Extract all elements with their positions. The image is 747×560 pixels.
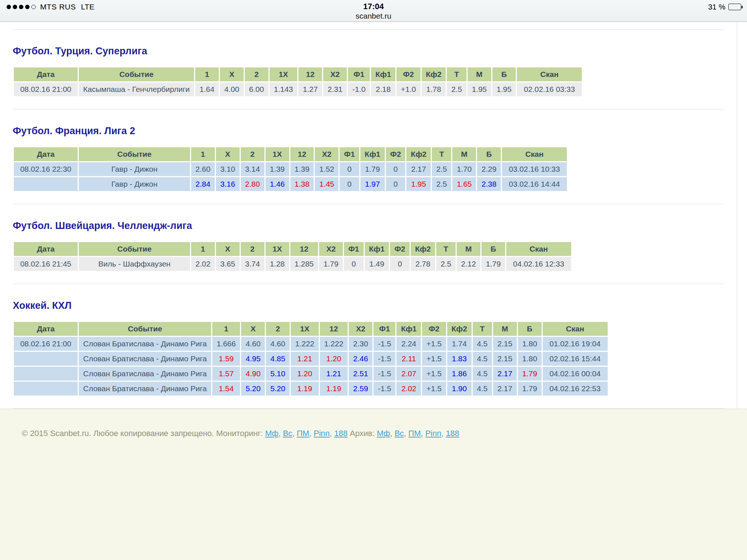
odds-cell: 2.30 <box>349 337 372 351</box>
odds-cell: 1.74 <box>447 337 472 351</box>
date-cell: 08.02.16 21:00 <box>14 337 78 351</box>
odds-cell: 0 <box>344 257 364 271</box>
footer-link[interactable]: 188 <box>446 429 459 438</box>
page-footer: © 2015 Scanbet.ru. Любое копирование зап… <box>0 409 747 560</box>
odds-cell: 1.222 <box>291 337 319 351</box>
odds-cell: 2.02 <box>191 257 215 271</box>
odds-cell: 1.97 <box>360 177 385 191</box>
odds-cell: 1.64 <box>195 82 219 96</box>
event-cell: Слован Братислава - Динамо Рига <box>79 352 211 366</box>
odds-cell: 1.666 <box>212 337 240 351</box>
section-divider <box>13 204 724 204</box>
column-header: 1 <box>191 242 215 256</box>
column-header: 2 <box>245 67 268 81</box>
column-header: Событие <box>79 147 190 161</box>
odds-cell: +1.5 <box>422 382 446 396</box>
column-header: Б <box>518 322 542 336</box>
event-cell: Виль - Шаффхаузен <box>79 257 190 271</box>
odds-cell: 2.31 <box>323 82 347 96</box>
event-cell: Слован Братислава - Динамо Рига <box>79 337 211 351</box>
column-header: X <box>220 67 244 81</box>
odds-cell: 3.74 <box>241 257 264 271</box>
column-header: X <box>216 147 240 161</box>
odds-cell: 1.79 <box>481 257 505 271</box>
table-row: Слован Братислава - Динамо Рига1.545.205… <box>14 382 608 396</box>
odds-cell: 2.38 <box>477 177 501 191</box>
column-header: Т <box>436 242 456 256</box>
odds-table: ДатаСобытие1X21X12X2Ф1Кф1Ф2Кф2ТМБСкан 08… <box>13 241 572 272</box>
scan-cell: 04.02.16 22:53 <box>543 382 608 396</box>
column-header: X <box>241 322 265 336</box>
scan-cell: 04.02.16 12:33 <box>506 257 571 271</box>
column-header: Кф2 <box>422 67 446 81</box>
column-header: Кф2 <box>411 242 435 256</box>
odds-cell: 1.20 <box>320 352 348 366</box>
footer-link[interactable]: 188 <box>334 429 348 438</box>
odds-cell: 3.14 <box>241 162 264 176</box>
odds-cell: 1.39 <box>290 162 314 176</box>
column-header: Ф2 <box>386 147 406 161</box>
odds-cell: 1.46 <box>266 177 289 191</box>
odds-cell: 2.60 <box>191 162 215 176</box>
section-title: Футбол. Франция. Лига 2 <box>13 125 724 137</box>
column-header: Кф1 <box>365 242 389 256</box>
odds-cell: 2.17 <box>493 382 517 396</box>
footer-link[interactable]: ПМ <box>409 429 421 438</box>
battery-block: 31 % <box>708 3 741 11</box>
footer-text: © 2015 Scanbet.ru. Любое копирование зап… <box>22 429 459 438</box>
section-divider <box>13 29 724 30</box>
column-header: Дата <box>14 322 78 336</box>
odds-cell: 1.95 <box>492 82 516 96</box>
footer-link[interactable]: Pinn <box>425 429 441 438</box>
odds-table: ДатаСобытие1X21X12X2Ф1Кф1Ф2Кф2ТМБСкан 08… <box>13 66 583 97</box>
column-header: М <box>468 67 491 81</box>
column-header: Дата <box>14 67 78 81</box>
table-row: Гавр - Дижон2.843.162.801.461.381.4501.9… <box>14 177 567 191</box>
column-header: Б <box>492 67 516 81</box>
table-row: 08.02.16 22:30Гавр - Дижон2.603.103.141.… <box>14 162 567 176</box>
odds-cell: 1.39 <box>266 162 289 176</box>
odds-cell: 2.18 <box>371 82 395 96</box>
odds-cell: 1.21 <box>320 367 348 381</box>
section-title: Хоккей. КХЛ <box>13 300 724 311</box>
odds-cell: 5.20 <box>241 382 265 396</box>
odds-cell: 2.51 <box>349 367 372 381</box>
odds-cell: 1.86 <box>447 367 472 381</box>
odds-cell: 1.20 <box>291 367 319 381</box>
safari-status-bar: MTS RUS LTE 17:04 scanbet.ru 31 % <box>0 0 747 22</box>
odds-cell: 4.5 <box>473 382 492 396</box>
footer-link[interactable]: Вс <box>283 429 293 438</box>
date-cell <box>14 352 78 366</box>
odds-cell: 2.5 <box>432 177 451 191</box>
odds-cell: 0 <box>390 257 410 271</box>
odds-cell: 2.5 <box>447 82 466 96</box>
column-header: 1X <box>266 242 289 256</box>
footer-link[interactable]: ПМ <box>297 429 309 438</box>
footer-link[interactable]: Вс <box>395 429 404 438</box>
column-header: 1 <box>195 67 219 81</box>
table-row: 08.02.16 21:00Касымпаша - Генчлербирлиги… <box>14 82 582 96</box>
odds-cell: 2.15 <box>493 352 517 366</box>
column-header: Дата <box>14 147 78 161</box>
odds-cell: 1.65 <box>452 177 476 191</box>
table-row: Слован Братислава - Динамо Рига1.594.954… <box>14 352 608 366</box>
odds-table: ДатаСобытие1X21X12X2Ф1Кф1Ф2Кф2ТМБСкан 08… <box>13 321 609 397</box>
odds-cell: 2.5 <box>436 257 456 271</box>
table-row: 08.02.16 21:00Слован Братислава - Динамо… <box>14 337 608 351</box>
column-header: Событие <box>79 242 190 256</box>
column-header: 1 <box>191 147 215 161</box>
column-header: Ф2 <box>390 242 410 256</box>
footer-link[interactable]: Pinn <box>314 429 330 438</box>
address-bar[interactable]: scanbet.ru <box>0 12 747 20</box>
odds-cell: +1.5 <box>422 337 446 351</box>
column-header: X2 <box>349 322 372 336</box>
odds-cell: 1.83 <box>447 352 472 366</box>
footer-link[interactable]: Мф <box>265 429 278 438</box>
odds-cell: 1.21 <box>291 352 319 366</box>
footer-link[interactable]: Мф <box>377 429 390 438</box>
odds-cell: 1.38 <box>290 177 314 191</box>
odds-cell: 1.79 <box>360 162 385 176</box>
section-divider <box>13 284 724 284</box>
odds-cell: 2.59 <box>349 382 372 396</box>
odds-cell: 1.19 <box>320 382 348 396</box>
